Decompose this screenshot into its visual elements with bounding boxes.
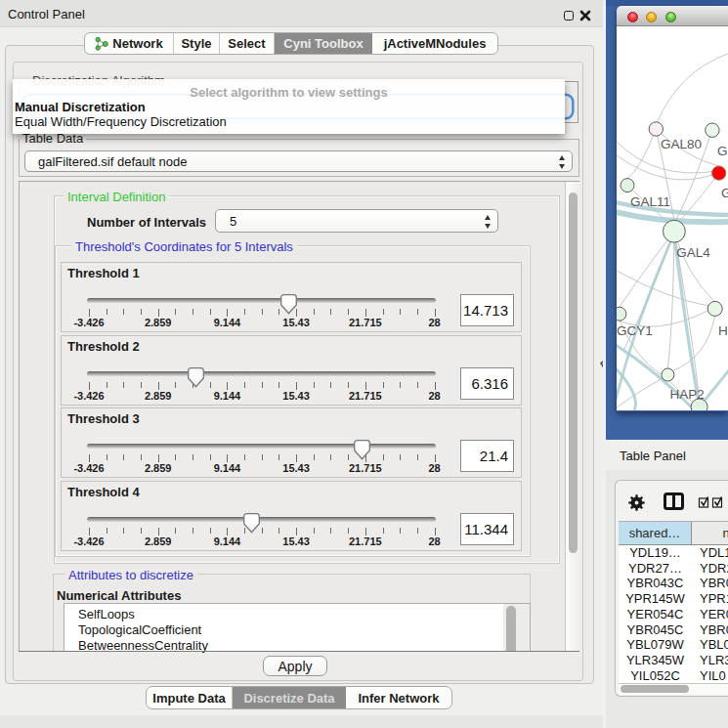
svg-text:GCY1: GCY1 xyxy=(617,323,653,338)
svg-text:GAL4: GAL4 xyxy=(676,245,710,260)
svg-text:HAP2: HAP2 xyxy=(669,387,704,402)
svg-text:H: H xyxy=(718,323,728,338)
svg-text:GAL11: GAL11 xyxy=(630,194,670,209)
svg-text:GAL80: GAL80 xyxy=(661,137,702,151)
svg-text:G: G xyxy=(717,144,728,158)
svg-text:G: G xyxy=(721,186,728,200)
